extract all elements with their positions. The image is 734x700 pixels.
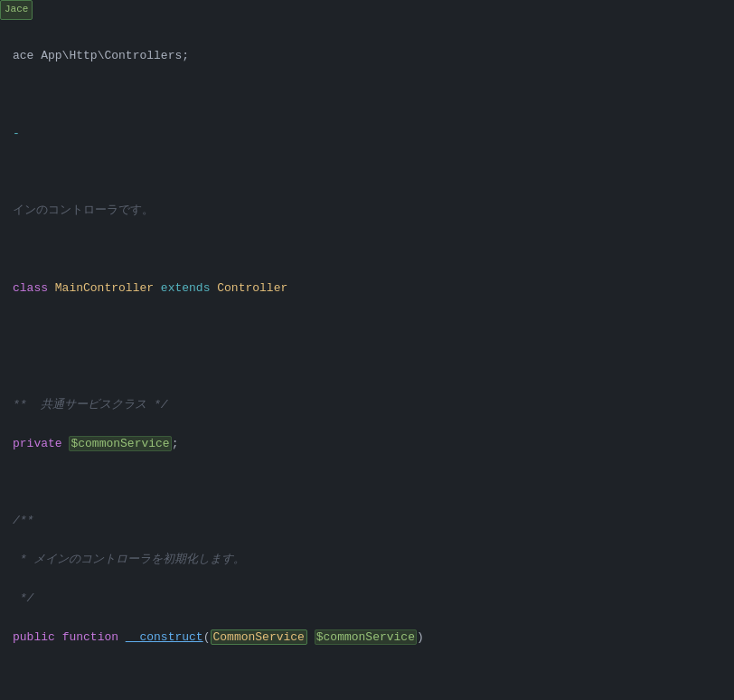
code-content: ace App\Http\Controllers; - インのコントローラです。… — [0, 0, 734, 700]
line-blank5 — [9, 356, 734, 375]
code-editor: Jace ace App\Http\Controllers; - インのコントロ… — [0, 0, 734, 700]
line-dash: - — [9, 124, 734, 143]
line-comment-b3: */ — [9, 589, 734, 608]
line-blank1 — [9, 85, 734, 104]
line-blank7 — [9, 667, 734, 686]
line-comment-jp: インのコントローラです。 — [9, 201, 734, 220]
line-class: class MainController extends Controller — [9, 279, 734, 298]
jace-badge: Jace — [0, 0, 33, 20]
line-blank2 — [9, 163, 734, 182]
line-comment-b2: * メインのコントローラを初期化します。 — [9, 550, 734, 569]
line-comment1: ** 共通サービスクラス */ — [9, 395, 734, 414]
line-blank6 — [9, 473, 734, 492]
line-comment-b1: /** — [9, 511, 734, 530]
line-blank3 — [9, 240, 734, 259]
line-private: private $commonService; — [9, 434, 734, 453]
line-blank4 — [9, 317, 734, 336]
line-construct: public function __construct(CommonServic… — [9, 628, 734, 647]
line-namespace: ace App\Http\Controllers; — [9, 46, 734, 65]
